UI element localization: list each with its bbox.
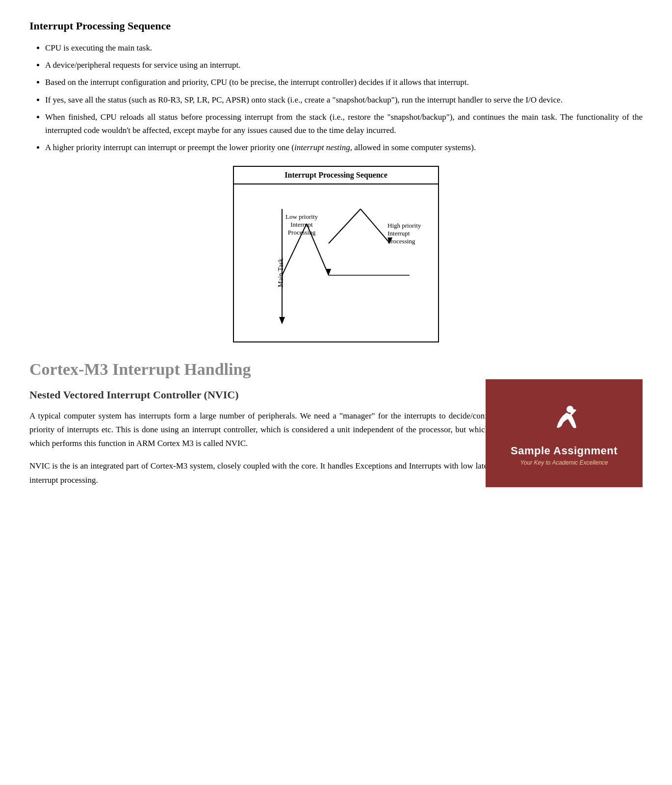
bullet-item-1: CPU is executing the main task. — [45, 41, 643, 54]
cortex-title: Cortex-M3 Interrupt Handling — [29, 360, 643, 379]
bullet-item-4: If yes, save all the status (such as R0-… — [45, 93, 643, 106]
svg-text:Processing: Processing — [388, 237, 415, 245]
bullet-item-5: When finished, CPU reloads all status be… — [45, 110, 643, 137]
interrupt-diagram-svg: Main Task — [243, 194, 429, 332]
watermark-logo-svg — [544, 400, 584, 440]
watermark-subtitle: Your Key to Academic Excellence — [520, 459, 608, 466]
high-priority-label: High priority — [388, 222, 421, 229]
svg-text:Interrupt: Interrupt — [388, 230, 410, 237]
svg-text:Interrupt: Interrupt — [290, 221, 313, 228]
low-priority-label: Low priority — [285, 213, 318, 220]
watermark-overlay: Sample Assignment Your Key to Academic E… — [486, 379, 643, 487]
bullet-item-3: Based on the interrupt configuration and… — [45, 76, 643, 89]
svg-text:Processing: Processing — [288, 229, 316, 236]
svg-marker-1 — [279, 317, 285, 324]
diagram-content: Main Task — [234, 184, 438, 341]
bullet-item-2: A device/peripheral requests for service… — [45, 58, 643, 72]
svg-line-8 — [361, 209, 390, 243]
diagram-box: Interrupt Processing Sequence Main Task — [233, 166, 439, 342]
section1-title: Interrupt Processing Sequence — [29, 20, 643, 32]
watermark-title: Sample Assignment — [511, 445, 618, 457]
diagram-header: Interrupt Processing Sequence — [234, 167, 438, 184]
bullet-item-6: A higher priority interrupt can interrup… — [45, 141, 643, 154]
diagram-container: Interrupt Processing Sequence Main Task — [29, 166, 643, 342]
svg-line-7 — [329, 209, 361, 243]
bottom-section: A typical computer system has interrupts… — [29, 409, 643, 487]
bullet-list: CPU is executing the main task. A device… — [45, 41, 643, 154]
